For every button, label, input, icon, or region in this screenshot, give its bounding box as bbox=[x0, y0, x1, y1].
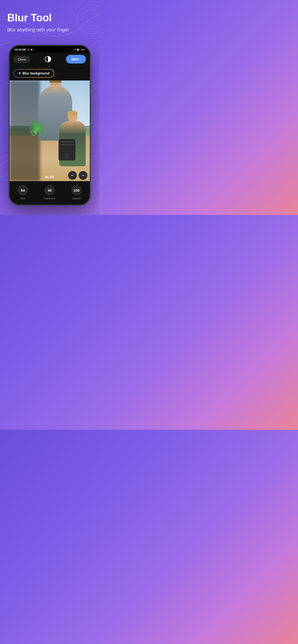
hardness-label: Hardness bbox=[44, 197, 55, 200]
next-button[interactable]: Next › bbox=[66, 55, 86, 64]
wifi-icon: ▓▒ bbox=[77, 49, 80, 51]
photo-scene: ☞ bbox=[10, 80, 90, 181]
blur-background-button[interactable]: ✦ Blur background bbox=[14, 69, 54, 78]
size-control: 54 Size bbox=[18, 185, 28, 200]
status-left: 12:43 AM 🔕 🔔 ··· bbox=[14, 48, 35, 51]
hero-subtitle: Blur anything with your finger bbox=[7, 26, 92, 33]
hero-title: Blur Tool bbox=[7, 12, 92, 24]
status-bar: 12:43 AM 🔕 🔔 ··· ✕ ▓▒ 81% bbox=[10, 46, 90, 52]
status-right: ✕ ▓▒ 81% bbox=[74, 49, 85, 51]
hero-section: Blur Tool Blur anything with your finger bbox=[0, 0, 99, 40]
status-time: 12:43 AM bbox=[14, 48, 26, 51]
bottom-controls: 54 Size 40 Hardness 100 Opacity bbox=[10, 181, 90, 204]
mute-icon: 🔕 bbox=[27, 49, 30, 51]
undo-redo-group: ↩ ↪ bbox=[68, 171, 87, 180]
status-icons: 🔕 🔔 ··· bbox=[27, 49, 35, 51]
backpack-figure bbox=[59, 139, 75, 160]
camera-hole bbox=[49, 49, 51, 51]
redo-button[interactable]: ↪ bbox=[79, 171, 87, 180]
chevron-right-icon: › bbox=[79, 57, 81, 61]
phone-container: 12:43 AM 🔕 🔔 ··· ✕ ▓▒ 81% Close bbox=[0, 40, 99, 215]
opacity-label: Opacity bbox=[72, 197, 81, 200]
size-value[interactable]: 54 bbox=[18, 185, 28, 196]
x-icon: ✕ bbox=[74, 49, 76, 51]
contrast-icon[interactable] bbox=[44, 55, 52, 64]
toolbar: Close Next › bbox=[10, 52, 90, 66]
photo-area[interactable]: ☞ bbox=[10, 80, 90, 181]
undo-button[interactable]: ↩ bbox=[68, 171, 77, 180]
battery-indicator: 81% bbox=[81, 49, 85, 51]
close-button[interactable]: Close bbox=[14, 56, 30, 63]
sparkle-icon: ✦ bbox=[18, 72, 21, 75]
opacity-control: 100 Opacity bbox=[71, 185, 82, 200]
alarm-icon: 🔔 bbox=[31, 49, 33, 51]
hardness-value[interactable]: 40 bbox=[44, 185, 55, 196]
blur-mode-label: BLUR bbox=[45, 176, 54, 179]
hardness-control: 40 Hardness bbox=[44, 185, 55, 200]
size-label: Size bbox=[20, 197, 25, 200]
controls-row: 54 Size 40 Hardness 100 Opacity bbox=[10, 185, 90, 200]
blur-bg-section: ✦ Blur background bbox=[10, 66, 90, 80]
more-icon: ··· bbox=[34, 49, 35, 51]
phone-frame: 12:43 AM 🔕 🔔 ··· ✕ ▓▒ 81% Close bbox=[9, 45, 90, 205]
opacity-value[interactable]: 100 bbox=[71, 185, 82, 196]
